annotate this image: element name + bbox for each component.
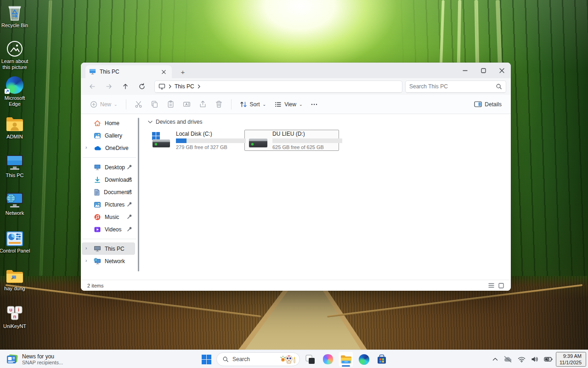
toolbar-divider: [126, 99, 126, 109]
back-button[interactable]: [85, 80, 99, 93]
breadcrumb-this-pc[interactable]: This PC: [175, 83, 194, 90]
tab-title: This PC: [100, 69, 155, 75]
expand-chevron-icon[interactable]: ›: [85, 246, 91, 251]
sidebar-item-desktop[interactable]: Desktop: [82, 161, 135, 173]
onedrive-tray-icon[interactable]: [501, 352, 514, 367]
sidebar-item-videos[interactable]: Videos: [82, 223, 135, 236]
sort-button[interactable]: Sort ⌄: [236, 98, 270, 111]
drive-tile-du-lieu-d[interactable]: DU LIEU (D:) 625 GB free of 625 GB: [244, 130, 339, 151]
copy-button[interactable]: [147, 98, 162, 111]
microsoft-store-button[interactable]: [374, 351, 390, 367]
explorer-search-input[interactable]: [409, 83, 496, 90]
search-seasonal-art-skull-icon: [279, 354, 297, 365]
network-small-icon: [94, 258, 101, 264]
expand-chevron-icon[interactable]: ›: [85, 258, 91, 264]
pictures-icon: [94, 201, 101, 208]
sidebar-scrollbar[interactable]: [138, 118, 139, 278]
tab-close-button[interactable]: [159, 67, 168, 76]
scrollbar-thumb[interactable]: [138, 118, 139, 271]
close-button[interactable]: [492, 63, 511, 78]
desktop: Recycle Bin Learn about this picture Mic…: [0, 0, 588, 368]
delete-button[interactable]: [211, 98, 226, 111]
details-view-toggle[interactable]: [486, 281, 496, 290]
desktop-icon-this-pc[interactable]: This PC: [0, 153, 31, 178]
desktop-icon-control-panel[interactable]: Control Panel: [0, 228, 31, 254]
details-button-label: Details: [485, 101, 502, 108]
copilot-button[interactable]: [320, 351, 336, 367]
taskbar-clock[interactable]: 9:39 AM 11/1/2025: [556, 352, 586, 367]
network-icon: [6, 192, 24, 209]
capacity-bar: [176, 138, 246, 143]
explorer-search-box[interactable]: [405, 80, 506, 93]
forward-button[interactable]: [102, 80, 116, 93]
sidebar-item-label: Music: [105, 214, 119, 220]
sidebar-item-documents[interactable]: Documents: [82, 186, 135, 198]
pin-icon: [127, 226, 132, 232]
this-pc-tab-icon: [89, 69, 96, 75]
minimize-button[interactable]: [456, 63, 474, 78]
picture-info-icon: [6, 40, 23, 57]
paste-button[interactable]: [163, 98, 178, 111]
sidebar-item-onedrive[interactable]: › OneDrive: [82, 142, 135, 154]
taskbar-search-box[interactable]: Search: [216, 352, 300, 366]
command-bar: New ⌄ Sort ⌄ View ⌄: [81, 95, 511, 114]
expand-chevron-icon[interactable]: ›: [85, 145, 91, 150]
sidebar-item-gallery[interactable]: Gallery: [82, 129, 135, 142]
start-button[interactable]: [198, 351, 214, 367]
breadcrumb-chevron-icon: [168, 84, 172, 89]
sidebar-item-label: Pictures: [105, 201, 124, 208]
widgets-button[interactable]: News for you SNAP recipients...: [3, 351, 67, 367]
downloads-icon: [94, 176, 101, 184]
edge-button[interactable]: [356, 351, 372, 367]
file-explorer-button[interactable]: [338, 351, 354, 367]
desktop-icon-recycle-bin[interactable]: Recycle Bin: [0, 3, 31, 29]
title-bar: This PC +: [81, 63, 511, 78]
large-icons-view-toggle[interactable]: [496, 281, 506, 290]
drive-tile-local-disk-c[interactable]: Local Disk (C:) 279 GB free of 327 GB: [148, 130, 243, 151]
desktop-icon-network[interactable]: Network: [0, 190, 31, 216]
new-tab-button[interactable]: +: [178, 67, 187, 76]
sidebar-item-network[interactable]: › Network: [82, 255, 135, 267]
desktop-icon-microsoft-edge[interactable]: Microsoft Edge: [0, 75, 31, 107]
new-button[interactable]: New ⌄: [86, 98, 121, 111]
volume-icon[interactable]: [529, 352, 541, 367]
sidebar-item-label: This PC: [105, 246, 124, 252]
share-button[interactable]: [195, 98, 210, 111]
tab-this-pc[interactable]: This PC: [85, 65, 172, 78]
hidden-icons-chevron-icon[interactable]: [490, 352, 500, 367]
desktop-icon-label: Control Panel: [0, 248, 31, 254]
sidebar-item-downloads[interactable]: Downloads: [82, 173, 135, 186]
desktop-icon-admin[interactable]: ADMIN: [0, 114, 31, 140]
address-bar[interactable]: This PC: [154, 80, 402, 93]
pin-icon: [127, 214, 132, 219]
navigation-bar: This PC: [81, 78, 511, 95]
wifi-icon[interactable]: [515, 352, 528, 367]
taskbar-search-label: Search: [232, 356, 275, 362]
widgets-news-icon: [6, 354, 18, 365]
desktop-icon-learn-about-picture[interactable]: Learn about this picture: [0, 39, 31, 70]
drive-c-icon: [151, 132, 172, 149]
drive-free-space: 625 GB free of 625 GB: [272, 144, 336, 150]
task-view-button[interactable]: [302, 351, 318, 367]
sidebar-item-music[interactable]: Music: [82, 211, 135, 223]
more-options-button[interactable]: [307, 98, 322, 111]
cut-button[interactable]: [131, 98, 146, 111]
refresh-button[interactable]: [135, 80, 149, 93]
sidebar-item-pictures[interactable]: Pictures: [82, 198, 135, 211]
desktop-icon-hay-dung[interactable]: hay dung: [0, 266, 31, 292]
view-button[interactable]: View ⌄: [271, 98, 306, 111]
folder-icon: [6, 269, 24, 284]
desktop-icon-unikeynt[interactable]: uin UniKeyNT: [0, 304, 31, 329]
maximize-button[interactable]: [474, 63, 492, 78]
details-pane-button[interactable]: Details: [470, 98, 505, 111]
sidebar-item-home[interactable]: Home: [82, 117, 135, 129]
up-button[interactable]: [119, 80, 132, 93]
drive-d-icon: [248, 132, 269, 149]
pin-icon: [127, 164, 132, 170]
sidebar-item-this-pc[interactable]: › This PC: [82, 242, 135, 255]
battery-icon[interactable]: [542, 352, 555, 367]
rename-button[interactable]: [179, 98, 194, 111]
drive-free-space: 279 GB free of 327 GB: [176, 144, 239, 150]
devices-and-drives-group[interactable]: Devices and drives: [148, 119, 511, 125]
desktop-icon-label: This PC: [0, 172, 31, 178]
